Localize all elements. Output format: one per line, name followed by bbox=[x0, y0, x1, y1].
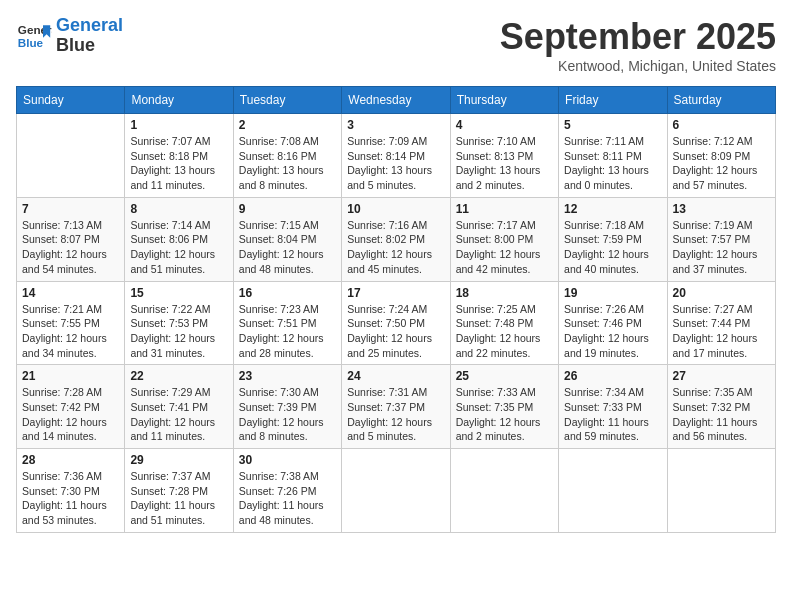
day-info: Sunrise: 7:11 AMSunset: 8:11 PMDaylight:… bbox=[564, 134, 661, 193]
day-header-wednesday: Wednesday bbox=[342, 87, 450, 114]
day-info: Sunrise: 7:07 AMSunset: 8:18 PMDaylight:… bbox=[130, 134, 227, 193]
day-header-thursday: Thursday bbox=[450, 87, 558, 114]
day-info: Sunrise: 7:13 AMSunset: 8:07 PMDaylight:… bbox=[22, 218, 119, 277]
calendar-cell: 9 Sunrise: 7:15 AMSunset: 8:04 PMDayligh… bbox=[233, 197, 341, 281]
logo: General Blue GeneralBlue bbox=[16, 16, 123, 56]
day-number: 21 bbox=[22, 369, 119, 383]
day-number: 14 bbox=[22, 286, 119, 300]
calendar-cell: 12 Sunrise: 7:18 AMSunset: 7:59 PMDaylig… bbox=[559, 197, 667, 281]
title-block: September 2025 Kentwood, Michigan, Unite… bbox=[500, 16, 776, 74]
calendar-cell: 5 Sunrise: 7:11 AMSunset: 8:11 PMDayligh… bbox=[559, 114, 667, 198]
day-info: Sunrise: 7:31 AMSunset: 7:37 PMDaylight:… bbox=[347, 385, 444, 444]
calendar-cell: 26 Sunrise: 7:34 AMSunset: 7:33 PMDaylig… bbox=[559, 365, 667, 449]
calendar-cell: 24 Sunrise: 7:31 AMSunset: 7:37 PMDaylig… bbox=[342, 365, 450, 449]
calendar-table: SundayMondayTuesdayWednesdayThursdayFrid… bbox=[16, 86, 776, 533]
day-info: Sunrise: 7:08 AMSunset: 8:16 PMDaylight:… bbox=[239, 134, 336, 193]
day-header-monday: Monday bbox=[125, 87, 233, 114]
calendar-cell: 27 Sunrise: 7:35 AMSunset: 7:32 PMDaylig… bbox=[667, 365, 775, 449]
calendar-cell: 23 Sunrise: 7:30 AMSunset: 7:39 PMDaylig… bbox=[233, 365, 341, 449]
day-number: 20 bbox=[673, 286, 770, 300]
page-header: General Blue GeneralBlue September 2025 … bbox=[16, 16, 776, 74]
day-info: Sunrise: 7:10 AMSunset: 8:13 PMDaylight:… bbox=[456, 134, 553, 193]
day-info: Sunrise: 7:17 AMSunset: 8:00 PMDaylight:… bbox=[456, 218, 553, 277]
calendar-week-2: 7 Sunrise: 7:13 AMSunset: 8:07 PMDayligh… bbox=[17, 197, 776, 281]
day-info: Sunrise: 7:25 AMSunset: 7:48 PMDaylight:… bbox=[456, 302, 553, 361]
day-info: Sunrise: 7:09 AMSunset: 8:14 PMDaylight:… bbox=[347, 134, 444, 193]
day-number: 4 bbox=[456, 118, 553, 132]
day-info: Sunrise: 7:26 AMSunset: 7:46 PMDaylight:… bbox=[564, 302, 661, 361]
calendar-cell: 29 Sunrise: 7:37 AMSunset: 7:28 PMDaylig… bbox=[125, 449, 233, 533]
calendar-cell bbox=[667, 449, 775, 533]
svg-text:Blue: Blue bbox=[18, 36, 44, 49]
calendar-cell: 4 Sunrise: 7:10 AMSunset: 8:13 PMDayligh… bbox=[450, 114, 558, 198]
day-info: Sunrise: 7:36 AMSunset: 7:30 PMDaylight:… bbox=[22, 469, 119, 528]
calendar-cell: 30 Sunrise: 7:38 AMSunset: 7:26 PMDaylig… bbox=[233, 449, 341, 533]
calendar-cell: 17 Sunrise: 7:24 AMSunset: 7:50 PMDaylig… bbox=[342, 281, 450, 365]
day-header-saturday: Saturday bbox=[667, 87, 775, 114]
day-number: 8 bbox=[130, 202, 227, 216]
logo-icon: General Blue bbox=[16, 18, 52, 54]
calendar-week-5: 28 Sunrise: 7:36 AMSunset: 7:30 PMDaylig… bbox=[17, 449, 776, 533]
calendar-cell: 15 Sunrise: 7:22 AMSunset: 7:53 PMDaylig… bbox=[125, 281, 233, 365]
calendar-cell: 21 Sunrise: 7:28 AMSunset: 7:42 PMDaylig… bbox=[17, 365, 125, 449]
day-info: Sunrise: 7:14 AMSunset: 8:06 PMDaylight:… bbox=[130, 218, 227, 277]
day-number: 7 bbox=[22, 202, 119, 216]
calendar-cell: 22 Sunrise: 7:29 AMSunset: 7:41 PMDaylig… bbox=[125, 365, 233, 449]
day-info: Sunrise: 7:37 AMSunset: 7:28 PMDaylight:… bbox=[130, 469, 227, 528]
calendar-cell bbox=[450, 449, 558, 533]
day-number: 23 bbox=[239, 369, 336, 383]
calendar-cell bbox=[559, 449, 667, 533]
day-info: Sunrise: 7:34 AMSunset: 7:33 PMDaylight:… bbox=[564, 385, 661, 444]
day-header-sunday: Sunday bbox=[17, 87, 125, 114]
day-number: 15 bbox=[130, 286, 227, 300]
calendar-header-row: SundayMondayTuesdayWednesdayThursdayFrid… bbox=[17, 87, 776, 114]
calendar-cell bbox=[17, 114, 125, 198]
day-number: 13 bbox=[673, 202, 770, 216]
calendar-week-3: 14 Sunrise: 7:21 AMSunset: 7:55 PMDaylig… bbox=[17, 281, 776, 365]
day-number: 24 bbox=[347, 369, 444, 383]
day-number: 6 bbox=[673, 118, 770, 132]
day-number: 17 bbox=[347, 286, 444, 300]
day-header-tuesday: Tuesday bbox=[233, 87, 341, 114]
day-info: Sunrise: 7:29 AMSunset: 7:41 PMDaylight:… bbox=[130, 385, 227, 444]
month-title: September 2025 bbox=[500, 16, 776, 58]
day-number: 29 bbox=[130, 453, 227, 467]
day-info: Sunrise: 7:38 AMSunset: 7:26 PMDaylight:… bbox=[239, 469, 336, 528]
day-number: 26 bbox=[564, 369, 661, 383]
day-number: 10 bbox=[347, 202, 444, 216]
calendar-cell: 7 Sunrise: 7:13 AMSunset: 8:07 PMDayligh… bbox=[17, 197, 125, 281]
calendar-cell: 11 Sunrise: 7:17 AMSunset: 8:00 PMDaylig… bbox=[450, 197, 558, 281]
day-info: Sunrise: 7:22 AMSunset: 7:53 PMDaylight:… bbox=[130, 302, 227, 361]
day-number: 16 bbox=[239, 286, 336, 300]
calendar-cell: 13 Sunrise: 7:19 AMSunset: 7:57 PMDaylig… bbox=[667, 197, 775, 281]
day-info: Sunrise: 7:18 AMSunset: 7:59 PMDaylight:… bbox=[564, 218, 661, 277]
calendar-cell: 8 Sunrise: 7:14 AMSunset: 8:06 PMDayligh… bbox=[125, 197, 233, 281]
calendar-cell: 20 Sunrise: 7:27 AMSunset: 7:44 PMDaylig… bbox=[667, 281, 775, 365]
calendar-week-4: 21 Sunrise: 7:28 AMSunset: 7:42 PMDaylig… bbox=[17, 365, 776, 449]
day-number: 2 bbox=[239, 118, 336, 132]
calendar-cell: 25 Sunrise: 7:33 AMSunset: 7:35 PMDaylig… bbox=[450, 365, 558, 449]
calendar-cell: 3 Sunrise: 7:09 AMSunset: 8:14 PMDayligh… bbox=[342, 114, 450, 198]
day-info: Sunrise: 7:21 AMSunset: 7:55 PMDaylight:… bbox=[22, 302, 119, 361]
day-number: 1 bbox=[130, 118, 227, 132]
day-number: 30 bbox=[239, 453, 336, 467]
day-info: Sunrise: 7:30 AMSunset: 7:39 PMDaylight:… bbox=[239, 385, 336, 444]
calendar-cell: 6 Sunrise: 7:12 AMSunset: 8:09 PMDayligh… bbox=[667, 114, 775, 198]
calendar-cell bbox=[342, 449, 450, 533]
day-number: 11 bbox=[456, 202, 553, 216]
day-number: 25 bbox=[456, 369, 553, 383]
day-number: 22 bbox=[130, 369, 227, 383]
day-info: Sunrise: 7:12 AMSunset: 8:09 PMDaylight:… bbox=[673, 134, 770, 193]
day-info: Sunrise: 7:19 AMSunset: 7:57 PMDaylight:… bbox=[673, 218, 770, 277]
day-info: Sunrise: 7:23 AMSunset: 7:51 PMDaylight:… bbox=[239, 302, 336, 361]
calendar-cell: 10 Sunrise: 7:16 AMSunset: 8:02 PMDaylig… bbox=[342, 197, 450, 281]
calendar-cell: 1 Sunrise: 7:07 AMSunset: 8:18 PMDayligh… bbox=[125, 114, 233, 198]
day-info: Sunrise: 7:16 AMSunset: 8:02 PMDaylight:… bbox=[347, 218, 444, 277]
logo-text: GeneralBlue bbox=[56, 16, 123, 56]
day-header-friday: Friday bbox=[559, 87, 667, 114]
calendar-week-1: 1 Sunrise: 7:07 AMSunset: 8:18 PMDayligh… bbox=[17, 114, 776, 198]
calendar-cell: 14 Sunrise: 7:21 AMSunset: 7:55 PMDaylig… bbox=[17, 281, 125, 365]
day-number: 12 bbox=[564, 202, 661, 216]
day-number: 27 bbox=[673, 369, 770, 383]
day-number: 18 bbox=[456, 286, 553, 300]
